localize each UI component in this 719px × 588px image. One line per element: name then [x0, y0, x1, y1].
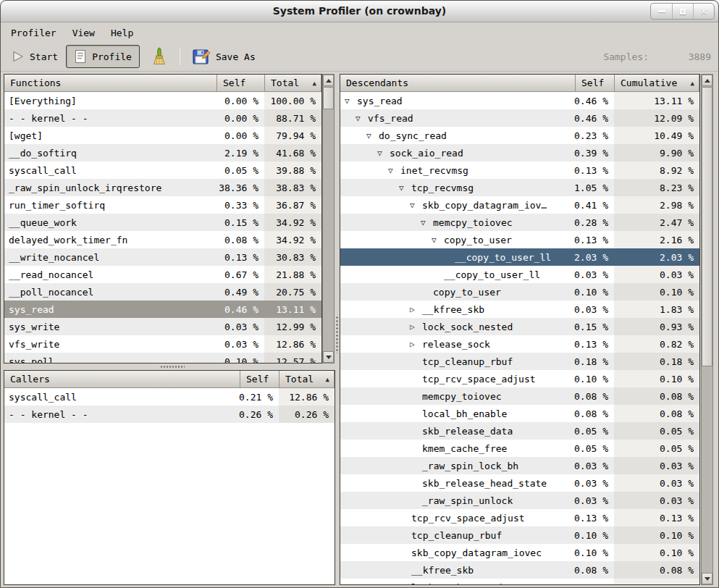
function-name: _raw_spin_unlock [422, 495, 513, 506]
expander-open-icon[interactable]: ▽ [345, 96, 357, 106]
table-row[interactable]: [Everything]0.00 %100.00 % [4, 92, 321, 109]
expander-open-icon[interactable]: ▽ [421, 218, 433, 227]
function-name-cell: ▽memcpy_toiovec [340, 214, 574, 231]
column-header-total[interactable]: Total▲ [264, 75, 321, 92]
save-as-button[interactable]: Save As [187, 43, 261, 70]
table-row[interactable]: tcp_cleanup_rbuf0.10 %0.10 % [340, 526, 699, 544]
table-row[interactable]: local_bh_enable0.08 %0.08 % [340, 405, 699, 422]
table-row[interactable]: _raw_spin_unlock0.03 %0.03 % [340, 492, 699, 509]
title-bar[interactable]: System Profiler (on crownbay) ✕ [1, 1, 718, 22]
functions-vertical-scrollbar[interactable] [322, 74, 335, 364]
table-row[interactable]: memcpy_toiovec0.08 %0.08 % [340, 387, 699, 405]
table-row[interactable]: skb_release_data0.05 %0.05 % [340, 422, 699, 440]
table-row[interactable]: syscall_call0.21 %12.86 % [4, 388, 335, 406]
menu-profiler[interactable]: Profiler [3, 25, 64, 41]
table-row[interactable]: ▽inet_recvmsg0.13 %8.92 % [340, 161, 699, 179]
table-row[interactable]: ▽vfs_read0.46 %12.09 % [340, 109, 699, 127]
function-name-cell: tcp_rcv_space_adjust [340, 509, 574, 526]
vertical-pane-splitter[interactable] [335, 74, 340, 585]
table-row[interactable]: ▷__kfree_skb0.03 %1.83 % [340, 301, 699, 318]
column-header-self[interactable]: Self [216, 75, 265, 92]
table-row[interactable]: skb_release_head_state0.03 %0.03 % [340, 474, 699, 492]
column-header-self[interactable]: Self [240, 371, 279, 388]
table-row[interactable]: run_timer_softirq0.33 %36.87 % [4, 196, 321, 214]
table-row[interactable]: tcp_rcv_space_adjust0.13 %0.13 % [340, 509, 699, 526]
maximize-button[interactable] [672, 4, 693, 19]
table-row[interactable]: ▽copy_to_user0.13 %2.16 % [340, 231, 699, 248]
column-header-self[interactable]: Self [575, 75, 615, 92]
profile-button[interactable]: Profile [66, 45, 140, 68]
table-row[interactable]: __do_softirq2.19 %41.68 % [4, 144, 321, 161]
table-row[interactable]: __read_nocancel0.67 %21.88 % [4, 266, 321, 283]
table-row[interactable]: tcp_rcv_space_adjust0.10 %0.10 % [340, 370, 699, 387]
expander-open-icon[interactable]: ▽ [356, 114, 368, 123]
table-row[interactable]: sys_poll0.10 %12.57 % [4, 353, 321, 363]
table-row[interactable]: _raw_spin_lock_bh0.03 %0.03 % [340, 457, 699, 474]
function-name-cell: syscall_call [4, 161, 216, 179]
table-row[interactable]: ▽sys_read0.46 %13.11 % [340, 92, 699, 109]
function-name-cell: ▷release_sock [340, 335, 574, 353]
scroll-down-button[interactable] [323, 351, 334, 363]
table-row[interactable]: vfs_write0.03 %12.86 % [4, 335, 321, 353]
tree-indent [345, 413, 410, 414]
close-button[interactable]: ✕ [693, 4, 714, 19]
table-row[interactable]: delayed_work_timer_fn0.08 %34.92 % [4, 231, 321, 248]
scroll-up-button[interactable] [323, 75, 334, 86]
table-row[interactable]: ▷release_sock0.13 %0.82 % [340, 335, 699, 353]
table-row[interactable]: __copy_to_user_ll0.03 %0.03 % [340, 266, 699, 283]
scroll-up-button[interactable] [702, 75, 712, 86]
table-row[interactable]: tcp_cleanup_rbuf0.18 %0.18 % [340, 353, 699, 370]
minimize-button[interactable] [651, 4, 672, 19]
table-row[interactable]: kmem_cache_free0.05 %0.05 % [340, 440, 699, 457]
table-row[interactable]: lock_sock_nested0.03 %0.03 % [340, 579, 699, 584]
table-row[interactable]: __copy_to_user_ll2.03 %2.03 % [340, 248, 699, 266]
table-row[interactable]: ▽skb_copy_datagram_iov…0.41 %2.98 % [340, 196, 699, 214]
expander-open-icon[interactable]: ▽ [366, 131, 379, 140]
table-row[interactable]: sys_read0.46 %13.11 % [4, 301, 321, 318]
table-row[interactable]: ▷lock_sock_nested0.15 %0.93 % [340, 318, 699, 335]
start-button[interactable]: Start [7, 46, 63, 67]
horizontal-pane-splitter[interactable] [4, 364, 335, 370]
table-row[interactable]: __queue_work0.15 %34.92 % [4, 214, 321, 231]
total-percent-cell: 38.83 % [264, 179, 321, 196]
table-row[interactable]: syscall_call0.05 %39.88 % [4, 161, 321, 179]
expander-open-icon[interactable]: ▽ [399, 183, 411, 193]
column-header-callers[interactable]: Callers [4, 371, 240, 388]
expander-closed-icon[interactable]: ▷ [410, 305, 422, 314]
play-icon [12, 50, 25, 63]
menu-help[interactable]: Help [103, 25, 141, 41]
scroll-down-button[interactable] [702, 573, 712, 584]
scrollbar-thumb[interactable] [702, 87, 712, 366]
column-header-cumulative[interactable]: Cumulative▲ [614, 75, 699, 92]
table-row[interactable]: - - kernel - -0.26 %0.26 % [4, 406, 335, 423]
table-row[interactable]: copy_to_user0.10 %0.10 % [340, 283, 699, 301]
table-row[interactable]: ▽do_sync_read0.23 %10.49 % [340, 127, 699, 144]
tree-indent [345, 327, 410, 327]
table-row[interactable]: __poll_nocancel0.49 %20.75 % [4, 283, 321, 301]
menu-view[interactable]: View [64, 25, 103, 41]
table-row[interactable]: _raw_spin_unlock_irqrestore38.36 %38.83 … [4, 179, 321, 196]
scrollbar-thumb[interactable] [323, 87, 334, 109]
table-row[interactable]: __kfree_skb0.08 %0.08 % [340, 561, 699, 579]
table-row[interactable]: [wget]0.00 %79.94 % [4, 127, 321, 144]
table-row[interactable]: ▽tcp_recvmsg1.05 %8.23 % [340, 179, 699, 196]
column-header-total[interactable]: Total▲ [279, 371, 335, 388]
reset-button[interactable] [146, 43, 173, 70]
expander-open-icon[interactable]: ▽ [388, 166, 400, 175]
expander-open-icon[interactable]: ▽ [410, 201, 422, 210]
descendants-vertical-scrollbar[interactable] [701, 74, 713, 585]
table-row[interactable]: ▽sock_aio_read0.39 %9.90 % [340, 144, 699, 161]
tree-indent [345, 570, 399, 571]
expander-closed-icon[interactable]: ▷ [410, 340, 422, 349]
expander-closed-icon[interactable]: ▷ [410, 322, 422, 332]
table-row[interactable]: ▽memcpy_toiovec0.28 %2.47 % [340, 214, 699, 231]
table-row[interactable]: skb_copy_datagram_iovec0.10 %0.10 % [340, 544, 699, 561]
column-header-functions[interactable]: Functions [4, 75, 217, 92]
expander-open-icon[interactable]: ▽ [377, 148, 390, 158]
expander-open-icon[interactable]: ▽ [432, 235, 444, 245]
column-header-descendants[interactable]: Descendants [340, 75, 576, 92]
table-row[interactable]: sys_write0.03 %12.99 % [4, 318, 321, 335]
table-row[interactable]: - - kernel - -0.00 %88.71 % [4, 109, 321, 127]
function-name: sys_poll [9, 356, 54, 364]
table-row[interactable]: __write_nocancel0.13 %30.83 % [4, 248, 321, 266]
